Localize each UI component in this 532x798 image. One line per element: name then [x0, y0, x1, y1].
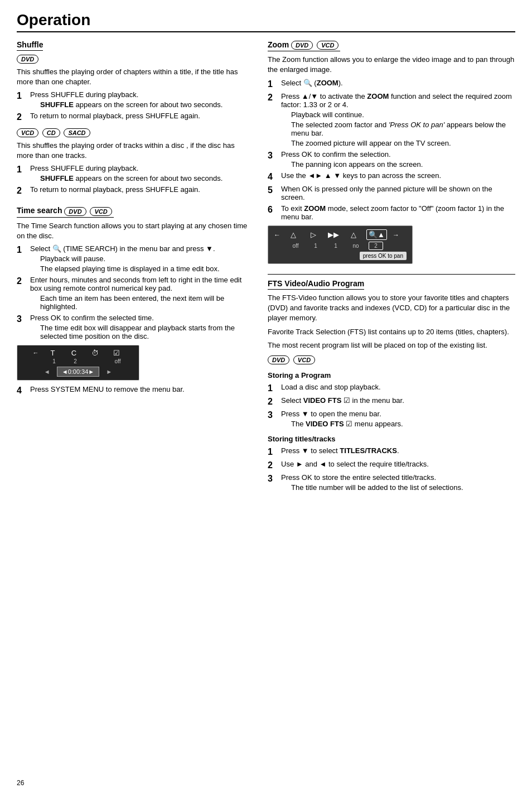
fts-desc3: The most recent program list will be pla… [268, 340, 515, 350]
time-search-section: Time search DVD VCD The Time Search func… [17, 206, 251, 396]
storing-titles-step-2: 2 Use ► and ◄ to select the require titl… [268, 460, 515, 470]
fts-desc1: The FTS-Video function allows you to sto… [268, 293, 515, 324]
zoom-desc: The Zoom function allows you to enlarge … [268, 55, 515, 75]
right-column: Zoom DVD VCD The Zoom function allows yo… [268, 40, 515, 502]
dvd-badge: DVD [17, 55, 38, 64]
storing-step-3: 3 Press ▼ to open the menu bar. The VIDE… [268, 410, 515, 428]
dvd-step-2: 2 To return to normal playback, press SH… [17, 112, 251, 122]
zoom-menu-bar: ← △ ▷ ▶▶ △ 🔍▲ → [268, 225, 413, 264]
page-title: Operation [17, 11, 515, 32]
storing-titles-steps: 1 Press ▼ to select TITLES/TRACKS. 2 Use… [268, 446, 515, 492]
zoom-step-3: 3 Press OK to confirm the selection. The… [268, 150, 515, 169]
fts-title: FTS Video/Audio Program [268, 279, 364, 290]
sacd-badge: SACD [64, 128, 90, 137]
zoom-step-5: 5 When OK is pressed only the panned pic… [268, 185, 515, 201]
vcd-cd-sacd-badge-row: VCD CD SACD [17, 128, 251, 137]
fts-section: FTS Video/Audio Program The FTS-Video fu… [268, 274, 515, 492]
time-search-menu-bar: ← T C ⏱ ☑ 1 2 [17, 345, 139, 381]
vcd-badge: VCD [17, 128, 38, 137]
fts-dvd-vcd-badges: DVD VCD [268, 355, 515, 364]
dvd-shuffle-desc: This shuffles the playing order of chapt… [17, 67, 251, 87]
time-search-step-4: 4 Press SYSTEM MENU to remove the menu b… [17, 385, 251, 396]
fts-vcd-badge: VCD [293, 355, 315, 364]
storing-titles-step-3: 3 Press OK to store the entire selected … [268, 473, 515, 492]
press-ok-label: press OK to pan [360, 252, 407, 260]
storing-step-2: 2 Select VIDEO FTS ☑ in the menu bar. [268, 396, 515, 407]
dvd-shuffle-steps: 1 Press SHUFFLE during playback. SHUFFLE… [17, 90, 251, 122]
vcd-shuffle-steps: 1 Press SHUFFLE during playback. SHUFFLE… [17, 164, 251, 196]
time-search-desc: The Time Search function allows you to s… [17, 221, 251, 241]
zoom-step-2: 2 Press ▲/▼ to activate the ZOOM functio… [268, 92, 515, 147]
step4-text: Press SYSTEM MENU to remove the menu bar… [30, 385, 251, 393]
zoom-section: Zoom DVD VCD The Zoom function allows yo… [268, 40, 515, 264]
zoom-dvd-badge: DVD [291, 41, 313, 50]
fts-desc2: Favorite Track Selection (FTS) list cont… [268, 327, 515, 337]
time-search-step-3: 3 Press OK to confirm the selected time.… [17, 314, 251, 340]
dvd-badge-row: DVD [17, 54, 251, 64]
zoom-step-6: 6 To exit ZOOM mode, select zoom factor … [268, 204, 515, 221]
zoom-title: Zoom DVD VCD [268, 40, 340, 51]
zoom-vcd-badge: VCD [317, 41, 338, 50]
cd-badge: CD [42, 128, 60, 137]
time-search-dvd-badge: DVD [64, 207, 86, 216]
time-display: ◄0:00:34► [57, 367, 99, 377]
zoom-step-1: 1 Select 🔍 (ZOOM). [268, 79, 515, 89]
time-search-title: Time search DVD VCD [17, 206, 114, 217]
shuffle-title: Shuffle [17, 40, 43, 51]
time-search-step4-list: 4 Press SYSTEM MENU to remove the menu b… [17, 385, 251, 396]
vcd-shuffle-desc: This shuffles the playing order of track… [17, 141, 251, 161]
storing-step-1: 1 Load a disc and stop playback. [268, 383, 515, 393]
vcd-step-1: 1 Press SHUFFLE during playback. SHUFFLE… [17, 164, 251, 182]
time-search-step-1: 1 Select 🔍 (TIME SEARCH) in the menu bar… [17, 244, 251, 273]
vcd-step-2: 2 To return to normal playback, press SH… [17, 185, 251, 196]
page-number: 26 [17, 779, 24, 787]
dvd-step-1: 1 Press SHUFFLE during playback. SHUFFLE… [17, 90, 251, 109]
time-search-step-2: 2 Enter hours, minutes and seconds from … [17, 276, 251, 311]
time-search-steps: 1 Select 🔍 (TIME SEARCH) in the menu bar… [17, 244, 251, 340]
left-column: Shuffle DVD This shuffles the playing or… [17, 40, 251, 502]
storing-titles-step-1: 1 Press ▼ to select TITLES/TRACKS. [268, 446, 515, 457]
shuffle-section: Shuffle DVD This shuffles the playing or… [17, 40, 251, 196]
fts-divider [268, 274, 515, 275]
zoom-step-4: 4 Use the ◄► ▲ ▼ keys to pan across the … [268, 171, 515, 182]
fts-dvd-badge: DVD [268, 355, 289, 364]
time-search-vcd-badge: VCD [90, 207, 112, 216]
storing-program-title: Storing a Program [268, 371, 515, 379]
storing-steps: 1 Load a disc and stop playback. 2 Selec… [268, 383, 515, 428]
storing-titles-title: Storing titles/tracks [268, 435, 515, 443]
zoom-steps: 1 Select 🔍 (ZOOM). 2 Press ▲/▼ to activa… [268, 79, 515, 221]
